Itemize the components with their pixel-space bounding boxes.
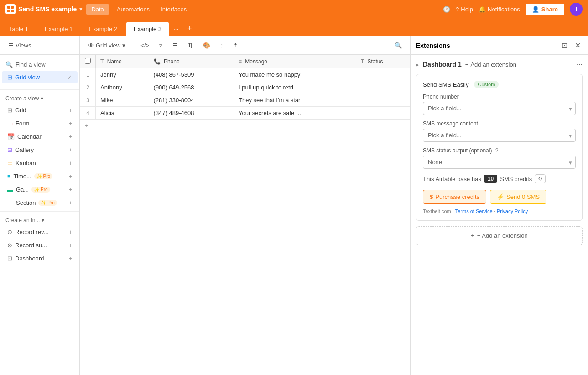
history-icon: 🕐 xyxy=(443,6,450,13)
purchase-credits-button[interactable]: $ Purchase credits xyxy=(423,190,486,204)
sidebar-item-record-summary[interactable]: ⊘ Record su... + xyxy=(2,239,78,251)
extensions-header: Extensions ⊡ ✕ xyxy=(411,36,588,55)
search-button[interactable]: 🔍 xyxy=(391,40,406,51)
views-button[interactable]: ☰ Views xyxy=(5,40,35,51)
row-3-name[interactable]: Mike xyxy=(96,94,149,107)
add-extension-footer[interactable]: + + Add an extension xyxy=(416,226,583,245)
code-button[interactable]: </> xyxy=(137,40,153,51)
phone-number-select[interactable]: Pick a field... xyxy=(423,102,576,115)
sidebar-item-section[interactable]: — Section ✨ Pro + xyxy=(2,197,78,209)
sidebar-item-form[interactable]: ▭ Form + xyxy=(2,117,78,130)
gantt-add-icon[interactable]: + xyxy=(68,186,72,193)
row-1-message[interactable]: You make me so happy xyxy=(234,68,356,81)
sidebar-item-grid[interactable]: ⊞ Grid + xyxy=(2,104,78,116)
row-2-name[interactable]: Anthony xyxy=(96,81,149,94)
sidebar-item-timeline[interactable]: ≡ Time... ✨ Pro + xyxy=(2,170,78,182)
record-review-add-icon[interactable]: + xyxy=(68,229,72,235)
tab-add-button[interactable]: + xyxy=(183,21,196,36)
select-all-checkbox[interactable] xyxy=(85,58,91,64)
dashboard-more-button[interactable]: ··· xyxy=(577,60,583,68)
find-view-item[interactable]: 🔍 Find a view xyxy=(0,58,79,71)
tab-example3[interactable]: Example 3 xyxy=(126,22,169,36)
share-button[interactable]: 👤 Share xyxy=(526,4,564,15)
table-row: 4 Alicia (347) 489-4608 Your secrets are… xyxy=(80,107,410,120)
help-button[interactable]: ? Help xyxy=(456,6,473,13)
notifications-button[interactable]: 🔔 Notifications xyxy=(479,6,520,13)
row-2-message[interactable]: I pull up quick to retri... xyxy=(234,81,356,94)
sms-status-select[interactable]: None xyxy=(423,156,576,169)
row-2-status[interactable] xyxy=(356,81,410,94)
header-phone[interactable]: 📞 Phone xyxy=(149,55,234,68)
grid-add-icon[interactable]: + xyxy=(68,107,72,114)
sidebar-item-record-review[interactable]: ⊙ Record rev... + xyxy=(2,226,78,238)
sidebar-divider-1 xyxy=(0,89,79,90)
color-button[interactable]: 🎨 xyxy=(199,40,214,51)
share-view-button[interactable]: ⇡ xyxy=(229,40,242,51)
header-name[interactable]: T Name xyxy=(96,55,149,68)
row-3-status[interactable] xyxy=(356,94,410,107)
sms-content-select[interactable]: Pick a field... xyxy=(423,129,576,142)
calendar-add-icon[interactable]: + xyxy=(68,133,72,140)
data-nav-button[interactable]: Data xyxy=(86,4,109,15)
app-title: Send SMS example xyxy=(18,5,77,13)
refresh-credits-button[interactable]: ↻ xyxy=(535,174,546,183)
send-sms-button[interactable]: ⚡ Send 0 SMS xyxy=(490,190,546,204)
section-pro-badge: ✨ Pro xyxy=(38,200,57,206)
sidebar-item-grid-view[interactable]: ⊞ Grid view ✓ xyxy=(2,71,78,83)
automations-nav-button[interactable]: Automations xyxy=(113,4,153,15)
sort-button[interactable]: ⇅ xyxy=(184,40,197,51)
gallery-add-icon[interactable]: + xyxy=(68,146,72,153)
add-row[interactable]: + xyxy=(80,120,410,132)
row-3-message[interactable]: They see that I'm a star xyxy=(234,94,356,107)
sidebar-item-dashboard[interactable]: ⊡ Dashboard + xyxy=(2,252,78,265)
filter-button[interactable]: ▿ xyxy=(156,40,166,51)
sidebar-item-calendar[interactable]: 📅 Calendar + xyxy=(2,130,78,143)
avatar[interactable]: I xyxy=(570,3,583,16)
row-4-phone[interactable]: (347) 489-4608 xyxy=(149,107,234,120)
custom-badge: Custom xyxy=(474,81,499,88)
header-status[interactable]: T Status xyxy=(356,55,410,68)
sidebar-item-kanban[interactable]: ☰ Kanban + xyxy=(2,157,78,169)
ext-footer-links: Textbelt.com · Terms of Service · Privac… xyxy=(423,208,576,214)
history-button[interactable]: 🕐 xyxy=(443,6,450,13)
tab-more-button[interactable]: ··· xyxy=(169,22,183,36)
row-4-name[interactable]: Alicia xyxy=(96,107,149,120)
record-summary-add-icon[interactable]: + xyxy=(68,242,72,249)
grid-icon: ⊞ xyxy=(7,107,12,114)
add-extension-button[interactable]: + Add an extension xyxy=(465,61,516,68)
form-add-icon[interactable]: + xyxy=(68,120,72,127)
sidebar-item-gallery[interactable]: ⊟ Gallery + xyxy=(2,144,78,156)
close-panel-button[interactable]: ✕ xyxy=(573,39,583,52)
dashboard-header: ▸ Dashboard 1 + Add an extension ··· xyxy=(416,60,583,68)
row-1-name[interactable]: Jenny xyxy=(96,68,149,81)
row-4-status[interactable] xyxy=(356,107,410,120)
create-view-section[interactable]: Create a view ▾ xyxy=(0,92,79,104)
expand-panel-button[interactable]: ⊡ xyxy=(560,39,569,52)
row-3-phone[interactable]: (281) 330-8004 xyxy=(149,94,234,107)
header-message[interactable]: ≡ Message xyxy=(234,55,356,68)
create-interface-section[interactable]: Create an in... ▾ xyxy=(0,214,79,225)
interfaces-nav-button[interactable]: Interfaces xyxy=(157,4,190,15)
section-add-icon[interactable]: + xyxy=(68,199,72,206)
dashboard-add-icon[interactable]: + xyxy=(68,255,72,262)
app-logo[interactable]: Send SMS example ▾ xyxy=(5,4,82,14)
privacy-link[interactable]: Privacy Policy xyxy=(497,208,528,214)
main-layout: ☰ Views 🔍 Find a view ⊞ Grid view ✓ Crea… xyxy=(0,36,588,375)
row-4-message[interactable]: Your secrets are safe ... xyxy=(234,107,356,120)
row-1-num: 1 xyxy=(80,68,96,81)
tab-example1[interactable]: Example 1 xyxy=(37,22,80,36)
row-2-phone[interactable]: (900) 649-2568 xyxy=(149,81,234,94)
extensions-panel: Extensions ⊡ ✕ ▸ Dashboard 1 + Add an ex… xyxy=(410,36,588,375)
sidebar-item-gantt[interactable]: ▬ Ga... ✨ Pro + xyxy=(2,183,78,196)
timeline-add-icon[interactable]: + xyxy=(68,173,72,180)
row-height-button[interactable]: ↕ xyxy=(217,40,227,51)
hide-fields-button[interactable]: 👁 Grid view ▾ xyxy=(84,40,129,51)
add-row-cell[interactable]: + xyxy=(80,120,410,132)
terms-link[interactable]: Terms of Service xyxy=(455,208,493,214)
row-1-status[interactable] xyxy=(356,68,410,81)
tab-table1[interactable]: Table 1 xyxy=(2,22,36,36)
group-button[interactable]: ☰ xyxy=(169,40,182,51)
tab-example2[interactable]: Example 2 xyxy=(82,22,124,36)
kanban-add-icon[interactable]: + xyxy=(68,160,72,167)
row-1-phone[interactable]: (408) 867-5309 xyxy=(149,68,234,81)
